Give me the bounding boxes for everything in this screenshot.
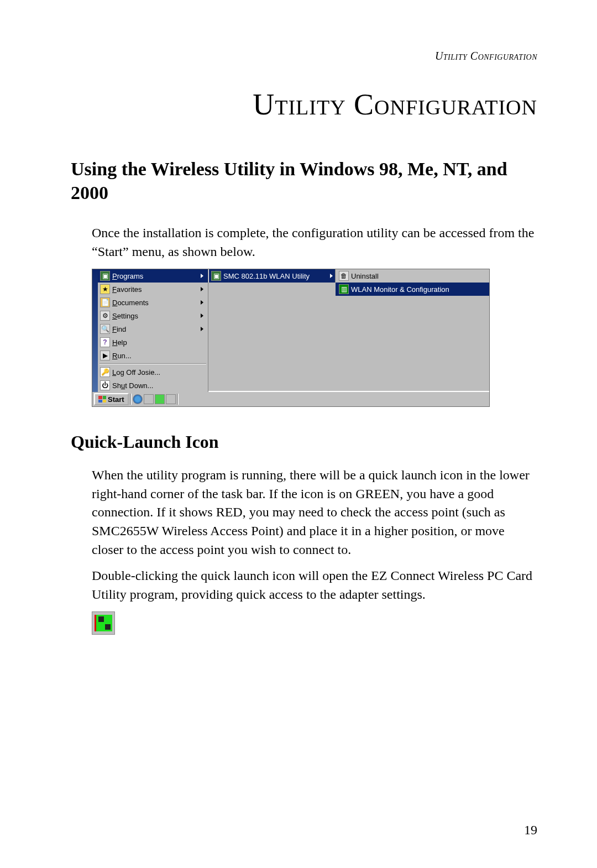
submenu-item-smc-utility[interactable]: ▣ SMC 802.11b WLAN Utility xyxy=(209,269,335,283)
submenu-item-uninstall[interactable]: 🗑 Uninstall xyxy=(336,269,489,283)
menu-item-find[interactable]: 🔍 Find xyxy=(98,322,208,336)
uninstall-icon: 🗑 xyxy=(339,271,349,281)
documents-icon: 📄 xyxy=(100,297,110,307)
chevron-right-icon xyxy=(201,300,203,305)
start-menu-column: ▣ Programs ★ Favorites 📄 Documents xyxy=(92,269,208,392)
para-ql-1: When the utility program is running, the… xyxy=(92,466,537,559)
windows-flag-icon xyxy=(98,396,106,402)
shutdown-icon: ⏻ xyxy=(100,380,110,390)
section-heading-using: Using the Wireless Utility in Windows 98… xyxy=(71,158,537,205)
quicklaunch-volume-icon[interactable] xyxy=(166,394,176,404)
help-icon: ? xyxy=(100,337,110,347)
label: SMC 802.11b WLAN Utility xyxy=(221,272,330,280)
start-button[interactable]: Start xyxy=(94,393,129,405)
menu-separator xyxy=(100,363,206,364)
label: WLAN Monitor & Configuration xyxy=(349,285,449,294)
page-number: 19 xyxy=(524,823,537,838)
quicklaunch-desktop-icon[interactable] xyxy=(144,394,154,404)
chevron-right-icon xyxy=(201,274,203,278)
utility-submenu: 🗑 Uninstall ▥ WLAN Monitor & Configurati… xyxy=(336,269,489,296)
menu-item-run[interactable]: ▶ Run... xyxy=(98,349,208,362)
label: rograms xyxy=(117,272,144,280)
chevron-right-icon xyxy=(201,327,203,331)
folder-icon: ▣ xyxy=(211,271,221,281)
run-icon: ▶ xyxy=(100,351,110,360)
menu-item-programs[interactable]: ▣ Programs xyxy=(98,269,208,283)
label: Uninstall xyxy=(349,272,379,280)
para-intro: Once the installation is complete, the c… xyxy=(92,224,537,261)
quicklaunch-outlook-icon[interactable] xyxy=(155,394,165,404)
section-heading-quicklaunch: Quick-Launch Icon xyxy=(71,432,537,452)
chevron-right-icon xyxy=(201,287,203,291)
taskbar-separator xyxy=(177,394,179,405)
favorites-icon: ★ xyxy=(100,284,110,294)
wlan-tray-icon[interactable] xyxy=(95,615,112,631)
logoff-icon: 🔑 xyxy=(100,367,110,377)
taskbar-separator xyxy=(130,394,132,405)
running-header: Utility Configuration xyxy=(71,50,537,62)
menu-item-shutdown[interactable]: ⏻ Shut Down... xyxy=(98,379,208,392)
menu-item-favorites[interactable]: ★ Favorites xyxy=(98,283,208,296)
chapter-title: Utility Configuration xyxy=(71,87,537,122)
chevron-right-icon xyxy=(201,313,203,318)
monitor-icon: ▥ xyxy=(339,284,349,294)
para-ql-2: Double-clicking the quick launch icon wi… xyxy=(92,567,537,604)
programs-submenu: ▣ SMC 802.11b WLAN Utility xyxy=(208,269,336,283)
start-label: Start xyxy=(108,395,124,404)
programs-icon: ▣ xyxy=(100,271,110,281)
settings-icon: ⚙ xyxy=(100,311,110,321)
screenshot-start-menu: ▣ Programs ★ Favorites 📄 Documents xyxy=(92,269,490,407)
menu-item-help[interactable]: ? Help xyxy=(98,336,208,349)
find-icon: 🔍 xyxy=(100,324,110,334)
quicklaunch-ie-icon[interactable] xyxy=(133,394,143,404)
taskbar: Start xyxy=(92,391,489,406)
chevron-right-icon xyxy=(330,274,333,278)
menu-item-settings[interactable]: ⚙ Settings xyxy=(98,309,208,322)
menu-item-documents[interactable]: 📄 Documents xyxy=(98,296,208,309)
tray-icon-figure xyxy=(92,611,115,635)
menu-item-logoff[interactable]: 🔑 Log Off Josie... xyxy=(98,365,208,379)
submenu-item-wlan-monitor[interactable]: ▥ WLAN Monitor & Configuration xyxy=(336,283,489,296)
